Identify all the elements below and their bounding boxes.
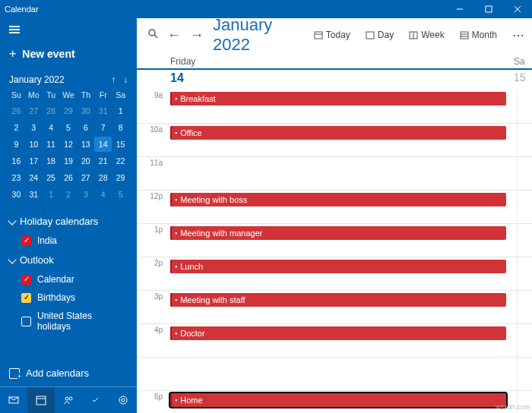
mini-day[interactable]: 4	[43, 120, 60, 135]
sat-cell[interactable]	[517, 324, 532, 357]
mini-day[interactable]: 15	[112, 137, 129, 152]
next-button[interactable]: →	[190, 27, 204, 43]
mini-day[interactable]: 7	[94, 120, 112, 135]
day-cell[interactable]: ▪Meeting with staff	[167, 291, 517, 323]
mini-day[interactable]: 8	[112, 120, 129, 135]
mini-day[interactable]: 26	[8, 103, 25, 118]
mini-month-label[interactable]: January 2022	[9, 74, 65, 85]
mini-day[interactable]: 29	[60, 103, 78, 118]
event[interactable]: ▪Meeting with staff	[170, 293, 506, 307]
sat-cell[interactable]	[517, 90, 532, 123]
day-cell[interactable]: ▪Lunch	[167, 257, 517, 290]
sat-cell[interactable]	[517, 257, 532, 290]
sat-cell[interactable]	[517, 157, 532, 190]
section-header[interactable]: Outlook	[0, 250, 137, 270]
new-event-button[interactable]: + New event	[0, 41, 137, 71]
prev-button[interactable]: ←	[167, 27, 181, 43]
section-header[interactable]: Holiday calendars	[0, 211, 137, 232]
day-cell[interactable]: ▪Home	[167, 391, 517, 413]
mini-day[interactable]: 25	[43, 170, 60, 185]
event[interactable]: ▪Lunch	[170, 260, 506, 273]
date-14[interactable]: 14	[167, 70, 514, 87]
close-button[interactable]	[503, 0, 532, 18]
mini-day[interactable]: 28	[94, 170, 112, 185]
checkbox[interactable]: ✓	[21, 236, 31, 246]
calendar-item[interactable]: ✓India	[0, 232, 137, 250]
event[interactable]: ▪Meeting with manager	[170, 226, 506, 240]
people-button[interactable]	[55, 387, 82, 413]
mini-day[interactable]: 30	[77, 103, 94, 118]
mini-day[interactable]: 18	[43, 153, 60, 169]
hamburger-button[interactable]	[0, 18, 137, 41]
mail-button[interactable]	[0, 387, 27, 413]
sat-cell[interactable]	[517, 191, 532, 223]
mini-day[interactable]: 10	[25, 137, 43, 152]
month-view-button[interactable]: Month	[457, 28, 500, 42]
day-view-button[interactable]: Day	[363, 28, 397, 42]
mini-day[interactable]: 1	[43, 187, 60, 202]
mini-day[interactable]: 27	[25, 103, 43, 118]
mini-day[interactable]: 11	[43, 137, 60, 152]
sat-cell[interactable]	[517, 124, 532, 156]
mini-day[interactable]: 24	[25, 170, 43, 185]
more-button[interactable]: ⋯	[509, 28, 527, 43]
search-button[interactable]	[147, 28, 158, 42]
mini-day[interactable]: 2	[8, 120, 25, 135]
mini-day[interactable]: 1	[112, 103, 129, 118]
checkbox[interactable]: ✓	[21, 293, 31, 303]
mini-day[interactable]: 31	[94, 103, 112, 118]
mini-day[interactable]: 29	[112, 170, 129, 185]
calendar-item[interactable]: ✓Calendar	[0, 270, 137, 288]
mini-day[interactable]: 22	[112, 153, 129, 169]
calendar-button[interactable]	[27, 387, 55, 413]
today-button[interactable]: Today	[311, 28, 353, 42]
mini-day[interactable]: 13	[77, 137, 94, 152]
mini-day[interactable]: 30	[8, 187, 25, 202]
event[interactable]: ▪Office	[170, 126, 506, 140]
day-cell[interactable]	[167, 358, 517, 390]
settings-button[interactable]	[109, 387, 137, 413]
mini-day[interactable]: 2	[60, 187, 78, 202]
mini-day[interactable]: 14	[94, 137, 112, 152]
mini-day[interactable]: 20	[77, 153, 94, 169]
mini-prev-button[interactable]: ↑	[111, 74, 116, 85]
sat-cell[interactable]	[517, 358, 532, 390]
week-view-button[interactable]: Week	[406, 28, 447, 42]
event[interactable]: ▪Meeting with boss	[170, 193, 506, 206]
mini-day[interactable]: 3	[77, 187, 94, 202]
mini-day[interactable]: 4	[94, 187, 112, 202]
mini-day[interactable]: 26	[60, 170, 78, 185]
event[interactable]: ▪Breakfast	[170, 92, 506, 106]
mini-next-button[interactable]: ↓	[123, 74, 128, 85]
event[interactable]: ▪Doctor	[170, 326, 506, 340]
add-calendars-button[interactable]: Add calendars	[0, 360, 137, 386]
mini-day[interactable]: 5	[60, 120, 78, 135]
mini-day[interactable]: 6	[77, 120, 94, 135]
mini-day[interactable]: 3	[25, 120, 43, 135]
sat-cell[interactable]	[517, 224, 532, 257]
maximize-button[interactable]	[474, 0, 503, 18]
mini-day[interactable]: 27	[77, 170, 94, 185]
calendar-item[interactable]: United States holidays	[0, 307, 137, 336]
mini-day[interactable]: 23	[8, 170, 25, 185]
day-cell[interactable]: ▪Meeting with manager	[167, 224, 517, 257]
sat-cell[interactable]	[517, 291, 532, 323]
day-cell[interactable]: ▪Office	[167, 124, 517, 156]
mini-day[interactable]: 21	[94, 153, 112, 169]
mini-day[interactable]: 12	[60, 137, 78, 152]
calendar-item[interactable]: ✓Birthdays	[0, 288, 137, 307]
mini-day[interactable]: 5	[112, 187, 129, 202]
checkbox[interactable]	[21, 317, 31, 326]
day-cell[interactable]: ▪Doctor	[167, 324, 517, 357]
mini-day[interactable]: 9	[8, 137, 25, 152]
mini-day[interactable]: 31	[25, 187, 43, 202]
todo-button[interactable]	[82, 387, 109, 413]
minimize-button[interactable]	[445, 0, 474, 18]
mini-day[interactable]: 19	[60, 153, 78, 169]
mini-day[interactable]: 28	[43, 103, 60, 118]
day-cell[interactable]	[167, 157, 517, 190]
checkbox[interactable]: ✓	[21, 275, 31, 285]
event[interactable]: ▪Home	[170, 393, 506, 407]
mini-day[interactable]: 16	[8, 153, 25, 169]
date-15[interactable]: 15	[514, 70, 532, 84]
